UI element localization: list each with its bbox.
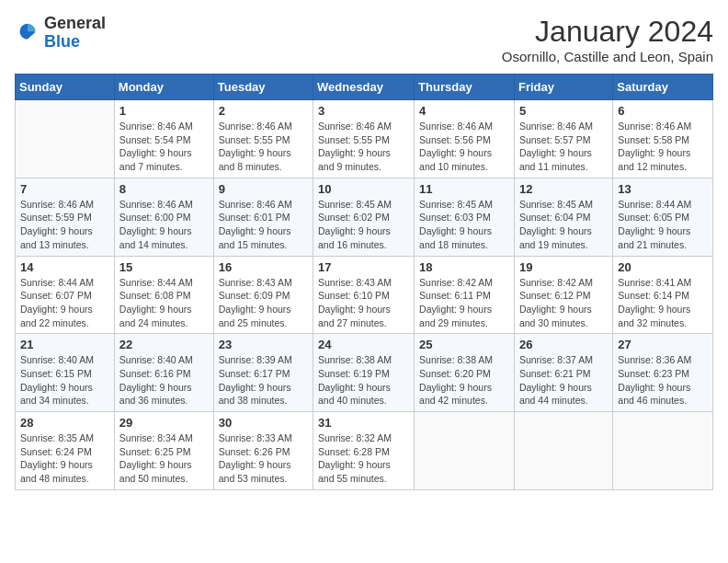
day-number: 13 [618, 182, 708, 196]
day-info: Sunrise: 8:46 AMSunset: 5:59 PMDaylight:… [20, 198, 109, 252]
calendar-cell: 16Sunrise: 8:43 AMSunset: 6:09 PMDayligh… [213, 256, 313, 334]
calendar-cell: 22Sunrise: 8:40 AMSunset: 6:16 PMDayligh… [114, 334, 213, 412]
day-number: 24 [318, 338, 409, 351]
day-number: 12 [519, 182, 608, 196]
calendar-table: SundayMondayTuesdayWednesdayThursdayFrid… [15, 74, 713, 490]
day-number: 29 [119, 416, 209, 430]
month-title: January 2024 [502, 15, 713, 49]
day-number: 4 [419, 104, 509, 118]
logo-icon [15, 20, 40, 46]
week-row-2: 7Sunrise: 8:46 AMSunset: 5:59 PMDaylight… [16, 178, 713, 256]
day-header-sunday: Sunday [16, 75, 115, 100]
day-info: Sunrise: 8:34 AMSunset: 6:25 PMDaylight:… [119, 431, 209, 486]
day-header-thursday: Thursday [415, 75, 515, 100]
calendar-cell: 10Sunrise: 8:45 AMSunset: 6:02 PMDayligh… [313, 178, 415, 256]
day-header-wednesday: Wednesday [313, 75, 415, 100]
calendar-cell: 14Sunrise: 8:44 AMSunset: 6:07 PMDayligh… [16, 256, 115, 334]
calendar-cell: 31Sunrise: 8:32 AMSunset: 6:28 PMDayligh… [313, 412, 415, 490]
week-row-4: 21Sunrise: 8:40 AMSunset: 6:15 PMDayligh… [16, 334, 713, 412]
day-info: Sunrise: 8:33 AMSunset: 6:26 PMDaylight:… [219, 431, 308, 486]
day-number: 10 [318, 182, 409, 196]
title-area: January 2024 Osornillo, Castille and Leo… [502, 15, 713, 64]
logo-text: General Blue [44, 15, 106, 52]
calendar-cell: 15Sunrise: 8:44 AMSunset: 6:08 PMDayligh… [114, 256, 213, 334]
calendar-cell: 1Sunrise: 8:46 AMSunset: 5:54 PMDaylight… [114, 100, 213, 178]
calendar-cell: 5Sunrise: 8:46 AMSunset: 5:57 PMDaylight… [514, 100, 612, 178]
day-info: Sunrise: 8:44 AMSunset: 6:05 PMDaylight:… [618, 198, 708, 252]
day-header-friday: Friday [514, 75, 612, 100]
day-info: Sunrise: 8:36 AMSunset: 6:23 PMDaylight:… [618, 353, 708, 408]
day-number: 26 [519, 338, 608, 351]
calendar-cell: 29Sunrise: 8:34 AMSunset: 6:25 PMDayligh… [114, 412, 213, 490]
day-info: Sunrise: 8:46 AMSunset: 5:56 PMDaylight:… [419, 120, 509, 174]
day-info: Sunrise: 8:46 AMSunset: 5:55 PMDaylight:… [219, 120, 308, 174]
calendar-cell [514, 412, 612, 490]
calendar-cell: 27Sunrise: 8:36 AMSunset: 6:23 PMDayligh… [613, 334, 713, 412]
calendar-cell: 26Sunrise: 8:37 AMSunset: 6:21 PMDayligh… [514, 334, 612, 412]
day-header-saturday: Saturday [613, 75, 713, 100]
calendar-cell: 17Sunrise: 8:43 AMSunset: 6:10 PMDayligh… [313, 256, 415, 334]
day-number: 3 [318, 104, 409, 118]
day-number: 30 [219, 416, 308, 430]
calendar-cell: 4Sunrise: 8:46 AMSunset: 5:56 PMDaylight… [415, 100, 515, 178]
day-header-tuesday: Tuesday [213, 75, 313, 100]
day-info: Sunrise: 8:42 AMSunset: 6:12 PMDaylight:… [519, 276, 608, 330]
day-number: 8 [119, 182, 209, 196]
day-number: 6 [618, 104, 708, 118]
calendar-cell: 13Sunrise: 8:44 AMSunset: 6:05 PMDayligh… [613, 178, 713, 256]
calendar-cell: 19Sunrise: 8:42 AMSunset: 6:12 PMDayligh… [514, 256, 612, 334]
day-number: 2 [219, 104, 308, 118]
calendar-cell: 24Sunrise: 8:38 AMSunset: 6:19 PMDayligh… [313, 334, 415, 412]
day-info: Sunrise: 8:40 AMSunset: 6:15 PMDaylight:… [20, 353, 109, 408]
day-number: 28 [20, 416, 109, 430]
day-info: Sunrise: 8:46 AMSunset: 5:58 PMDaylight:… [618, 120, 708, 174]
day-info: Sunrise: 8:44 AMSunset: 6:08 PMDaylight:… [119, 276, 209, 330]
calendar-cell [16, 100, 115, 178]
day-info: Sunrise: 8:37 AMSunset: 6:21 PMDaylight:… [519, 353, 608, 408]
header: General Blue January 2024 Osornillo, Cas… [15, 15, 713, 64]
day-number: 18 [419, 260, 509, 274]
header-row: SundayMondayTuesdayWednesdayThursdayFrid… [16, 75, 713, 100]
day-number: 9 [219, 182, 308, 196]
calendar-cell: 2Sunrise: 8:46 AMSunset: 5:55 PMDaylight… [213, 100, 313, 178]
day-info: Sunrise: 8:43 AMSunset: 6:09 PMDaylight:… [219, 276, 308, 330]
day-info: Sunrise: 8:44 AMSunset: 6:07 PMDaylight:… [20, 276, 109, 330]
day-number: 22 [119, 338, 209, 351]
calendar-cell: 7Sunrise: 8:46 AMSunset: 5:59 PMDaylight… [16, 178, 115, 256]
day-number: 16 [219, 260, 308, 274]
calendar-cell: 21Sunrise: 8:40 AMSunset: 6:15 PMDayligh… [16, 334, 115, 412]
day-info: Sunrise: 8:46 AMSunset: 6:00 PMDaylight:… [119, 198, 209, 252]
calendar-cell: 3Sunrise: 8:46 AMSunset: 5:55 PMDaylight… [313, 100, 415, 178]
day-info: Sunrise: 8:40 AMSunset: 6:16 PMDaylight:… [119, 353, 209, 408]
day-number: 14 [20, 260, 109, 274]
day-info: Sunrise: 8:46 AMSunset: 6:01 PMDaylight:… [219, 198, 308, 252]
day-info: Sunrise: 8:46 AMSunset: 5:54 PMDaylight:… [119, 120, 209, 174]
day-number: 7 [20, 182, 109, 196]
day-info: Sunrise: 8:46 AMSunset: 5:57 PMDaylight:… [519, 120, 608, 174]
calendar-cell: 25Sunrise: 8:38 AMSunset: 6:20 PMDayligh… [415, 334, 515, 412]
calendar-cell: 30Sunrise: 8:33 AMSunset: 6:26 PMDayligh… [213, 412, 313, 490]
day-info: Sunrise: 8:38 AMSunset: 6:20 PMDaylight:… [419, 353, 509, 408]
calendar-cell: 12Sunrise: 8:45 AMSunset: 6:04 PMDayligh… [514, 178, 612, 256]
day-header-monday: Monday [114, 75, 213, 100]
calendar-cell: 18Sunrise: 8:42 AMSunset: 6:11 PMDayligh… [415, 256, 515, 334]
day-number: 1 [119, 104, 209, 118]
day-info: Sunrise: 8:45 AMSunset: 6:02 PMDaylight:… [318, 198, 409, 252]
day-number: 5 [519, 104, 608, 118]
calendar-cell: 20Sunrise: 8:41 AMSunset: 6:14 PMDayligh… [613, 256, 713, 334]
day-number: 20 [618, 260, 708, 274]
day-number: 27 [618, 338, 708, 351]
day-number: 31 [318, 416, 409, 430]
calendar-cell [613, 412, 713, 490]
day-info: Sunrise: 8:45 AMSunset: 6:04 PMDaylight:… [519, 198, 608, 252]
logo-blue-text: Blue [44, 33, 106, 52]
day-number: 21 [20, 338, 109, 351]
day-info: Sunrise: 8:43 AMSunset: 6:10 PMDaylight:… [318, 276, 409, 330]
week-row-1: 1Sunrise: 8:46 AMSunset: 5:54 PMDaylight… [16, 100, 713, 178]
calendar-cell: 23Sunrise: 8:39 AMSunset: 6:17 PMDayligh… [213, 334, 313, 412]
day-info: Sunrise: 8:42 AMSunset: 6:11 PMDaylight:… [419, 276, 509, 330]
calendar-cell [415, 412, 515, 490]
day-info: Sunrise: 8:35 AMSunset: 6:24 PMDaylight:… [20, 431, 109, 486]
calendar-cell: 28Sunrise: 8:35 AMSunset: 6:24 PMDayligh… [16, 412, 115, 490]
day-info: Sunrise: 8:41 AMSunset: 6:14 PMDaylight:… [618, 276, 708, 330]
